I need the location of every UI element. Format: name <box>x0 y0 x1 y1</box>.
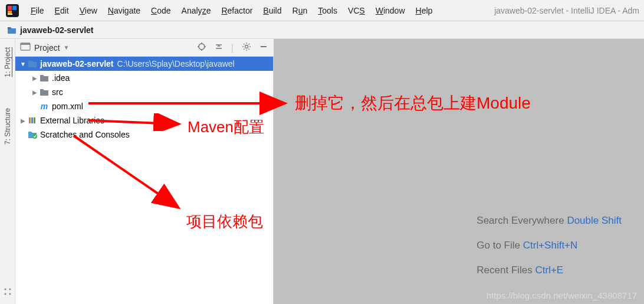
svg-rect-4 <box>8 14 12 15</box>
maven-file-icon: m <box>39 102 50 111</box>
tool-actions: | <box>196 41 269 55</box>
menu-window[interactable]: Window <box>371 4 410 18</box>
svg-rect-2 <box>12 6 17 10</box>
svg-rect-30 <box>31 117 33 123</box>
svg-rect-11 <box>21 43 30 45</box>
chevron-down-icon[interactable]: ▼ <box>64 44 70 51</box>
svg-rect-31 <box>34 117 35 123</box>
svg-line-25 <box>249 48 250 50</box>
svg-rect-28 <box>261 46 267 47</box>
editor-welcome-area: Search Everywhere Double Shift Go to Fil… <box>274 39 644 304</box>
menu-build[interactable]: Build <box>258 4 286 18</box>
svg-rect-5 <box>8 27 11 29</box>
expand-arrow-icon[interactable]: ▶ <box>19 117 27 124</box>
navigation-bar: javaweb-02-servlet <box>0 21 644 39</box>
gear-icon[interactable] <box>241 41 252 55</box>
side-tab-project[interactable]: 1: Project <box>4 43 12 82</box>
breadcrumb-root[interactable]: javaweb-02-servlet <box>20 25 94 35</box>
menu-navigate[interactable]: Navigate <box>103 4 145 18</box>
project-tree: ▼ javaweb-02-servlet C:\Users\Splay\Desk… <box>15 57 274 304</box>
svg-point-12 <box>199 44 205 50</box>
folder-icon <box>39 88 50 96</box>
tree-node-scratches[interactable]: Scratches and Consoles <box>15 128 273 142</box>
project-tool-header: Project ▼ | <box>15 39 274 57</box>
tree-node-label: src <box>52 87 63 97</box>
menu-edit[interactable]: Edit <box>50 4 74 18</box>
shortcut-search-everywhere: Search Everywhere Double Shift <box>477 215 622 227</box>
menu-analyze[interactable]: Analyze <box>177 4 216 18</box>
svg-point-19 <box>245 45 248 48</box>
window-title: javaweb-02-servlet - IntelliJ IDEA - Adm <box>494 6 644 15</box>
tree-node-label: External Libraries <box>40 116 104 125</box>
shortcut-key: Double Shift <box>567 215 622 226</box>
svg-rect-1 <box>8 6 12 10</box>
menu-code[interactable]: Code <box>146 4 175 18</box>
svg-point-6 <box>4 289 6 290</box>
app-logo-icon <box>6 4 19 17</box>
side-tab-structure[interactable]: 7: Structure <box>4 103 12 149</box>
hide-icon[interactable] <box>258 41 269 54</box>
menu-help[interactable]: Help <box>411 4 438 18</box>
project-scope-icon <box>20 42 31 54</box>
module-folder-icon <box>7 26 17 34</box>
expand-arrow-icon[interactable]: ▼ <box>19 61 27 67</box>
tree-node-path: C:\Users\Splay\Desktop\javawel <box>117 59 235 68</box>
menu-view[interactable]: View <box>75 4 102 18</box>
module-folder-icon <box>27 60 38 68</box>
scratches-icon <box>27 130 38 139</box>
tree-node-label: Scratches and Consoles <box>40 130 130 139</box>
project-tool-title[interactable]: Project <box>34 43 60 53</box>
menu-vcs[interactable]: VCS <box>343 4 370 18</box>
menu-file[interactable]: File <box>26 4 49 18</box>
collapse-all-icon[interactable] <box>213 41 224 54</box>
svg-point-8 <box>4 293 6 295</box>
shortcut-recent-files: Recent Files Ctrl+E <box>477 264 622 276</box>
shortcut-key: Ctrl+Shift+N <box>523 240 578 251</box>
tree-node-label: pom.xml <box>52 102 83 111</box>
tree-root-node[interactable]: ▼ javaweb-02-servlet C:\Users\Splay\Desk… <box>15 57 273 71</box>
menu-refactor[interactable]: Refactor <box>216 4 257 18</box>
tree-node-idea[interactable]: ▶ .idea <box>15 71 273 85</box>
shortcut-key: Ctrl+E <box>535 264 564 276</box>
menu-bar: File Edit View Navigate Code Analyze Ref… <box>0 0 644 21</box>
tree-node-external-libraries[interactable]: ▶ External Libraries <box>15 113 273 128</box>
tree-node-src[interactable]: ▶ src <box>15 85 273 99</box>
tree-node-pom[interactable]: m pom.xml <box>15 99 273 113</box>
side-tool-tabs: 1: Project 7: Structure <box>0 39 15 304</box>
divider: | <box>230 41 235 54</box>
svg-line-26 <box>244 48 245 50</box>
folder-icon <box>39 74 50 82</box>
menu-items: File Edit View Navigate Code Analyze Ref… <box>26 4 437 18</box>
svg-line-27 <box>249 44 250 45</box>
side-tab-more-icon[interactable] <box>4 287 12 298</box>
svg-rect-29 <box>29 117 31 123</box>
expand-arrow-icon[interactable]: ▶ <box>31 75 39 81</box>
libraries-icon <box>27 116 38 125</box>
shortcut-hints: Search Everywhere Double Shift Go to Fil… <box>477 215 622 289</box>
locate-icon[interactable] <box>196 41 208 55</box>
tree-node-label: javaweb-02-servlet <box>40 59 114 68</box>
watermark-text: https://blog.csdn.net/weixin_43808717 <box>487 290 637 300</box>
svg-line-24 <box>244 44 245 45</box>
tree-node-label: .idea <box>52 73 70 83</box>
svg-point-7 <box>9 289 11 290</box>
shortcut-go-to-file: Go to File Ctrl+Shift+N <box>477 240 622 251</box>
menu-run[interactable]: Run <box>288 4 313 18</box>
menu-tools[interactable]: Tools <box>313 4 342 18</box>
svg-point-9 <box>9 293 11 295</box>
expand-arrow-icon[interactable]: ▶ <box>31 89 39 96</box>
